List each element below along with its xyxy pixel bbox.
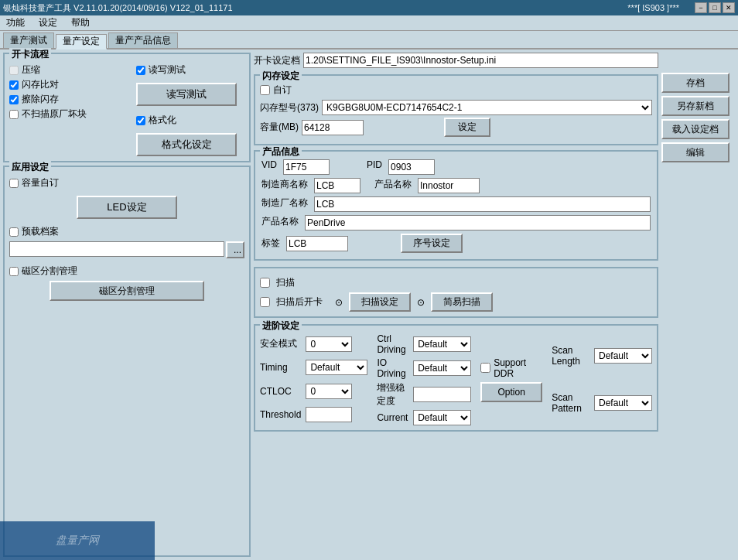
minimize-button[interactable]: − [695,2,707,13]
manufacturer-input[interactable] [314,196,651,212]
erase-flash-label: 擦除闪存 [22,93,59,106]
scan-after-open-checkbox[interactable] [260,297,270,307]
scan-pattern-select[interactable]: Default [594,395,652,411]
edit-button[interactable]: 编辑 [661,142,729,162]
product-name-input[interactable] [418,178,480,193]
tab-mass-product-info[interactable]: 量产产品信息 [108,32,178,48]
manufacturer-name-label: 制造商名称 [261,178,308,193]
manufacturer-name-row: 制造商名称 产品名称 [261,178,651,193]
threshold-input[interactable] [306,407,352,422]
tab-mass-settings[interactable]: 量产设定 [56,34,107,50]
pid-input[interactable] [388,159,435,175]
safe-mode-select[interactable]: 0 [306,336,352,352]
watermark: 盘量产网 [0,521,155,560]
manufacturer-label: 制造厂名称 [261,196,308,212]
advanced-title: 进阶设定 [260,319,302,333]
product-row: 产品名称 [261,215,651,230]
title-bar: 银灿科技量产工具 V2.11.01.20(2014/09/16) V122_01… [0,0,738,15]
vid-input[interactable] [283,159,330,175]
menu-help[interactable]: 帮助 [68,16,93,29]
flash-model-row: 闪存型号(373) K9GBG8U0M-ECD7147654C2-1 [260,100,652,115]
timing-label: Timing [260,362,301,373]
flash-custom-checkbox[interactable] [260,85,270,95]
scan-section: 扫描 扫描后开卡 ⊙ 扫描设定 ⊙ 简易扫描 [254,267,658,318]
support-ddr-checkbox[interactable] [480,363,490,373]
scan-settings-button[interactable]: 扫描设定 [349,292,411,312]
compress-label: 压缩 [22,63,40,77]
open-card-file-row: 开卡设定档 [254,53,658,68]
serial-setting-button[interactable]: 序号设定 [401,234,463,253]
no-scan-checkbox[interactable] [9,110,19,119]
scan-pattern-label: Scan Pattern [552,392,589,414]
load-button[interactable]: 载入设定档 [661,119,729,139]
product-info-title: 产品信息 [260,145,302,159]
timing-select[interactable]: Default [306,360,367,375]
led-settings-button[interactable]: LED设定 [77,196,177,219]
read-write-checkbox[interactable] [136,66,145,75]
save-as-button[interactable]: 另存新档 [661,96,729,116]
preload-file-input[interactable] [9,241,224,257]
open-card-file-input[interactable] [303,53,658,68]
tag-input[interactable] [286,236,348,251]
ctrl-driving-select[interactable]: Default [413,336,471,352]
capacity-set-button[interactable]: 设定 [444,118,490,137]
scan-controls: 扫描 [260,276,652,289]
main-content: 开卡流程 压缩 闪存比对 擦除闪存 [0,50,738,560]
maximize-button[interactable]: □ [709,2,721,13]
threshold-label: Threshold [260,409,301,420]
left-panel: 开卡流程 压缩 闪存比对 擦除闪存 [3,53,251,557]
scan-length-label: Scan Length [552,345,589,367]
capacity-input[interactable] [302,120,364,135]
option-button[interactable]: Option [480,382,542,402]
product-input[interactable] [305,215,651,230]
enhance-input[interactable] [413,387,471,402]
pid-label: PID [367,159,382,175]
flash-custom-label: 自订 [273,84,292,97]
erase-flash-checkbox[interactable] [9,95,19,104]
preload-file-checkbox[interactable] [9,227,19,237]
flash-settings-section: 闪存设定 自订 闪存型号(373) K9GBG8U0M-ECD7147654C2… [254,74,658,145]
format-checkbox[interactable] [136,116,145,125]
close-button[interactable]: ✕ [723,2,735,13]
no-scan-row: 不扫描原厂坏块 [9,108,130,121]
tag-row: 标签 序号设定 [261,234,651,253]
capacity-custom-checkbox[interactable] [9,179,19,188]
simple-scan-button[interactable]: 简易扫描 [431,292,493,312]
ctrl-driving-label: Ctrl Driving [377,333,408,355]
menu-function[interactable]: 功能 [3,16,28,29]
tabs-bar: 量产测试 量产设定 量产产品信息 [0,31,738,50]
capacity-label: 容量(MB) [260,121,299,134]
format-row: 格式化 [136,114,244,127]
compress-row: 压缩 [9,63,130,77]
tab-mass-test[interactable]: 量产测试 [3,32,54,48]
io-driving-label: IO Driving [377,357,408,379]
save-button[interactable]: 存档 [661,73,729,93]
flash-model-select[interactable]: K9GBG8U0M-ECD7147654C2-1 [322,100,652,115]
browse-button[interactable]: ... [226,241,244,258]
menu-settings[interactable]: 设定 [36,16,60,29]
format-label: 格式化 [149,114,176,127]
manufacturer-name-input[interactable] [314,178,360,193]
flash-compare-checkbox[interactable] [9,80,19,90]
current-label: Current [377,412,408,423]
scan-checkbox[interactable] [260,278,270,288]
enhance-label: 增强稳定度 [377,381,408,408]
partition-management-button[interactable]: 磁区分割管理 [50,281,204,301]
read-write-test-button[interactable]: 读写测试 [136,83,237,106]
partition-checkbox[interactable] [9,267,19,276]
preload-file-label: 预载档案 [22,225,59,238]
io-driving-select[interactable]: Default [413,360,471,376]
radio1-icon: ⊙ [335,297,343,308]
manufacturer-row: 制造厂名称 [261,196,651,212]
vid-pid-row: VID PID [261,159,651,175]
scan-length-select[interactable]: Default [594,348,652,364]
capacity-row: 容量(MB) 设定 [260,118,652,137]
compress-checkbox[interactable] [9,66,19,75]
ctloc-select[interactable]: 0 [306,384,352,399]
format-settings-button[interactable]: 格式化设定 [136,133,237,156]
right-main-panel: 开卡设定档 闪存设定 自订 闪存型号(373) K9GBG8U0M-ECD714… [254,53,658,557]
open-card-section: 开卡流程 压缩 闪存比对 擦除闪存 [3,53,251,162]
vid-label: VID [261,159,277,175]
current-select[interactable]: Default [413,410,471,425]
tag-label: 标签 [261,237,280,250]
